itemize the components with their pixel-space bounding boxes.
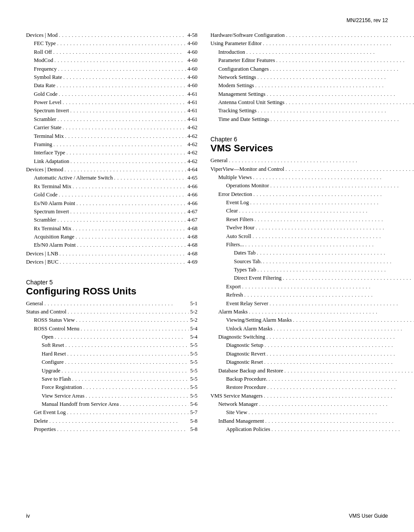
entry-dots: . . . . . . . . . . . . . . . . . . . . …: [272, 426, 414, 433]
entry-dots: . . . . . . . . . . . . . . . . . . . . …: [255, 82, 414, 89]
entry-page: 4-66: [187, 191, 197, 199]
entry-dots: . . . . . . . . . . . . . . . . . . . . …: [253, 174, 414, 181]
list-item: Sources Tab.. . . . . . . . . . . . . . …: [210, 258, 414, 266]
list-item: Time and Date Settings. . . . . . . . . …: [210, 115, 414, 124]
list-item: Status and Control. . . . . . . . . . . …: [26, 308, 197, 316]
entry-dots: . . . . . . . . . . . . . . . . . . . . …: [265, 342, 414, 349]
entry-label: Save to Flash: [26, 375, 71, 383]
list-item: Properties. . . . . . . . . . . . . . . …: [26, 425, 197, 434]
entry-label: Carrier State: [26, 124, 62, 132]
left-ch5-entries: General. . . . . . . . . . . . . . . . .…: [26, 300, 197, 434]
entry-label: Backup Procedure.: [210, 375, 267, 383]
entry-dots: . . . . . . . . . . . . . . . . . . . . …: [258, 107, 414, 114]
entry-label: ROSS Control Menu: [26, 325, 79, 333]
list-item: Auto Scroll. . . . . . . . . . . . . . .…: [210, 232, 414, 241]
entry-page: 5-6: [190, 400, 197, 408]
right-column: Hardware/Software Configuration. . . . .…: [210, 31, 414, 434]
entry-label: Diagnostic Revert: [210, 350, 266, 358]
entry-label: Application Policies: [210, 425, 270, 434]
list-item: Devices | BUC. . . . . . . . . . . . . .…: [26, 258, 197, 266]
list-item: Error Detection. . . . . . . . . . . . .…: [210, 190, 414, 199]
list-item: Interface Type. . . . . . . . . . . . . …: [26, 149, 197, 157]
entry-label: ROSS Status View: [26, 316, 75, 324]
entry-label: Hardware/Software Configuration: [210, 31, 285, 39]
list-item: Gold Code. . . . . . . . . . . . . . . .…: [26, 191, 197, 199]
entry-label: Unlock Alarm Masks: [210, 325, 273, 333]
entry-page: 4-68: [187, 233, 197, 241]
entry-dots: . . . . . . . . . . . . . . . . . . . . …: [114, 174, 186, 182]
entry-dots: . . . . . . . . . . . . . . . . . . . . …: [76, 200, 186, 207]
list-item: Delete. . . . . . . . . . . . . . . . . …: [26, 417, 197, 425]
entry-dots: . . . . . . . . . . . . . . . . . . . . …: [81, 325, 189, 333]
entry-page: 4-62: [187, 149, 197, 157]
entry-dots: . . . . . . . . . . . . . . . . . . . . …: [274, 325, 414, 333]
content-columns: Devices | Mod. . . . . . . . . . . . . .…: [26, 31, 388, 434]
entry-page: 5-5: [190, 375, 197, 383]
entry-page: 4-62: [187, 132, 197, 140]
list-item: Get Event Log. . . . . . . . . . . . . .…: [26, 408, 197, 417]
entry-dots: . . . . . . . . . . . . . . . . . . . . …: [270, 65, 414, 73]
list-item: Export. . . . . . . . . . . . . . . . . …: [210, 283, 414, 291]
entry-label: Link Adaptation: [26, 157, 69, 166]
entry-dots: . . . . . . . . . . . . . . . . . . . . …: [76, 317, 189, 324]
list-item: Gold Code. . . . . . . . . . . . . . . .…: [26, 90, 197, 98]
entry-dots: . . . . . . . . . . . . . . . . . . . . …: [267, 350, 414, 358]
list-item: Terminal Mix. . . . . . . . . . . . . . …: [26, 132, 197, 140]
entry-label: Database Backup and Restore: [210, 367, 283, 375]
entry-page: 4-66: [187, 199, 197, 208]
entry-dots: . . . . . . . . . . . . . . . . . . . . …: [70, 107, 186, 114]
entry-label: Framing: [26, 140, 52, 149]
list-item: ROSS Control Menu. . . . . . . . . . . .…: [26, 325, 197, 333]
entry-label: Parameter Editor Features: [210, 56, 275, 65]
list-item: FEC Type. . . . . . . . . . . . . . . . …: [26, 39, 197, 48]
list-item: Scrambler. . . . . . . . . . . . . . . .…: [26, 216, 197, 224]
entry-page: 4-64: [187, 166, 197, 174]
entry-dots: . . . . . . . . . . . . . . . . . . . . …: [67, 350, 189, 358]
chapter6-heading: Chapter 6 VMS Services: [210, 136, 414, 154]
entry-page: 5-5: [190, 350, 197, 358]
entry-label: Force Registration: [26, 383, 82, 392]
entry-page: 4-60: [187, 65, 197, 73]
entry-label: Clear: [210, 207, 238, 215]
entry-dots: . . . . . . . . . . . . . . . . . . . . …: [65, 359, 189, 366]
entry-dots: . . . . . . . . . . . . . . . . . . . . …: [57, 82, 186, 89]
entry-dots: . . . . . . . . . . . . . . . . . . . . …: [265, 418, 414, 425]
list-item: Clear. . . . . . . . . . . . . . . . . .…: [210, 207, 414, 215]
list-item: Symbol Rate. . . . . . . . . . . . . . .…: [26, 73, 197, 82]
entry-label: Delete: [26, 417, 48, 425]
entry-label: Scrambler: [26, 216, 56, 224]
list-item: Alarm Masks. . . . . . . . . . . . . . .…: [210, 308, 414, 316]
entry-label: Diagnostic Switching: [210, 333, 265, 341]
list-item: Soft Reset. . . . . . . . . . . . . . . …: [26, 341, 197, 349]
entry-label: Rx Terminal Mix: [26, 225, 71, 233]
entry-dots: . . . . . . . . . . . . . . . . . . . . …: [249, 409, 414, 416]
entry-label: View Service Areas: [26, 392, 85, 400]
list-item: Dates Tab. . . . . . . . . . . . . . . .…: [210, 249, 414, 257]
entry-label: Refresh: [210, 291, 243, 299]
list-item: Diagnostic Revert. . . . . . . . . . . .…: [210, 350, 414, 358]
entry-label: Network Manager: [210, 400, 258, 408]
entry-page: 4-62: [187, 140, 197, 149]
entry-dots: . . . . . . . . . . . . . . . . . . . . …: [270, 116, 414, 123]
entry-label: Terminal Mix: [26, 132, 64, 140]
entry-page: 5-5: [190, 341, 197, 349]
list-item: Filters.... . . . . . . . . . . . . . . …: [210, 241, 414, 249]
entry-label: Management Settings: [210, 90, 266, 98]
list-item: Spectrum Invert. . . . . . . . . . . . .…: [26, 208, 197, 216]
list-item: Tracking Settings. . . . . . . . . . . .…: [210, 107, 414, 115]
list-item: Direct Event Filtering. . . . . . . . . …: [210, 274, 414, 282]
entry-page: 5-5: [190, 358, 197, 366]
entry-label: Scrambler: [26, 115, 56, 124]
entry-dots: . . . . . . . . . . . . . . . . . . . . …: [283, 274, 414, 282]
entry-page: 4-68: [187, 225, 197, 233]
entry-label: Rx Terminal Mix: [26, 183, 71, 191]
entry-dots: . . . . . . . . . . . . . . . . . . . . …: [257, 74, 414, 81]
entry-label: Get Event Log: [26, 408, 66, 417]
entry-dots: . . . . . . . . . . . . . . . . . . . . …: [55, 333, 189, 341]
entry-page: 4-61: [187, 107, 197, 115]
list-item: Refresh. . . . . . . . . . . . . . . . .…: [210, 291, 414, 299]
list-item: Carrier State. . . . . . . . . . . . . .…: [26, 124, 197, 132]
entry-page: 4-60: [187, 39, 197, 48]
entry-label: ViperView—Monitor and Control: [210, 165, 284, 173]
list-item: Types Tab. . . . . . . . . . . . . . . .…: [210, 266, 414, 274]
